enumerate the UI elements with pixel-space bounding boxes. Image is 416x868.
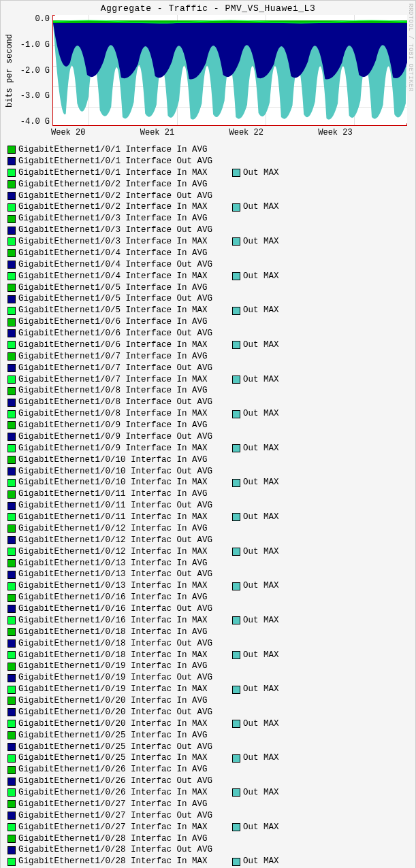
legend-swatch [232, 341, 240, 349]
legend-swatch [7, 146, 16, 154]
legend-swatch [7, 502, 16, 510]
legend-swatch [232, 686, 240, 694]
legend-swatch [232, 858, 240, 866]
legend-label: GigabitEthernet1/0/4 Interface In MAX [18, 271, 208, 282]
legend-label: Out MAX [243, 546, 279, 558]
legend-label: GigabitEthernet1/0/13 Interfac Out AVG [18, 569, 212, 580]
legend-row: GigabitEthernet1/0/2 Interface In MAXOut… [7, 201, 409, 213]
legend-swatch [7, 203, 16, 212]
legend-swatch [7, 846, 16, 854]
legend-swatch [7, 180, 16, 188]
legend-row: GigabitEthernet1/0/19 Interfac In MAXOut… [7, 684, 409, 695]
legend-swatch [7, 456, 16, 464]
legend-swatch [232, 307, 240, 315]
legend-label: Out MAX [243, 856, 279, 867]
legend-label: GigabitEthernet1/0/27 Interfac In MAX [18, 822, 208, 833]
legend-row: GigabitEthernet1/0/4 Interface In AVG [7, 248, 409, 259]
legend-row: GigabitEthernet1/0/13 Interfac In AVG [7, 558, 409, 569]
legend-label: GigabitEthernet1/0/27 Interfac In AVG [18, 799, 208, 810]
legend-swatch [7, 605, 16, 613]
legend-swatch [7, 399, 16, 407]
legend-row: GigabitEthernet1/0/27 Interfac Out AVG [7, 810, 409, 822]
legend-label: GigabitEthernet1/0/19 Interfac In MAX [18, 684, 208, 695]
rrd-graph: RRDTOOL / TOBI OETIKER Aggregate - Traff… [0, 0, 416, 868]
legend-swatch [7, 571, 16, 579]
legend-swatch [7, 215, 16, 223]
legend-label: GigabitEthernet1/0/3 Interface In AVG [18, 213, 208, 224]
legend-label: GigabitEthernet1/0/7 Interface Out AVG [18, 363, 212, 374]
legend-row: GigabitEthernet1/0/4 Interface Out AVG [7, 259, 409, 271]
x-tick: Week 23 [318, 128, 407, 137]
x-tick: Week 22 [229, 128, 319, 137]
legend-swatch [7, 651, 16, 659]
legend-label: Out MAX [243, 822, 279, 833]
legend-label: GigabitEthernet1/0/28 Interfac Out AVG [18, 844, 212, 856]
legend-swatch [7, 754, 16, 763]
legend-row: GigabitEthernet1/0/19 Interfac In AVG [7, 661, 409, 672]
legend-label: GigabitEthernet1/0/6 Interface In AVG [18, 316, 208, 328]
legend-label: GigabitEthernet1/0/18 Interfac In MAX [18, 650, 208, 661]
legend-label: GigabitEthernet1/0/10 Interfac In MAX [18, 477, 208, 488]
legend-row: GigabitEthernet1/0/25 Interfac In MAXOut… [7, 752, 409, 764]
legend-swatch [232, 788, 240, 797]
legend-label: Out MAX [243, 374, 279, 386]
legend-row: GigabitEthernet1/0/7 Interface Out AVG [7, 363, 409, 374]
legend-label: Out MAX [243, 305, 279, 316]
legend-label: GigabitEthernet1/0/5 Interface In MAX [18, 305, 208, 316]
legend-label: GigabitEthernet1/0/10 Interfac Out AVG [18, 466, 212, 478]
legend-swatch [7, 490, 16, 499]
legend-row: GigabitEthernet1/0/4 Interface In MAXOut… [7, 271, 409, 282]
legend-row: GigabitEthernet1/0/6 Interface Out AVG [7, 328, 409, 339]
legend-row: GigabitEthernet1/0/16 Interfac In MAXOut… [7, 615, 409, 627]
legend-row: GigabitEthernet1/0/3 Interface In MAXOut… [7, 236, 409, 248]
legend-row: GigabitEthernet1/0/28 Interfac Out AVG [7, 844, 409, 856]
legend-row: GigabitEthernet1/0/25 Interfac In AVG [7, 730, 409, 741]
legend-swatch [7, 823, 16, 831]
legend-row: GigabitEthernet1/0/12 Interfac In AVG [7, 523, 409, 535]
legend-swatch [7, 686, 16, 694]
legend-label: GigabitEthernet1/0/7 Interface In AVG [18, 351, 208, 363]
legend-swatch [7, 524, 16, 533]
legend-row: GigabitEthernet1/0/16 Interfac Out AVG [7, 603, 409, 615]
legend-swatch [7, 743, 16, 751]
legend-row: GigabitEthernet1/0/3 Interface Out AVG [7, 224, 409, 236]
legend-row: GigabitEthernet1/0/6 Interface In AVG [7, 316, 409, 328]
legend-swatch [7, 410, 16, 418]
legend-row: GigabitEthernet1/0/11 Interfac In MAXOut… [7, 512, 409, 523]
legend-swatch [7, 582, 16, 590]
y-tick: -1.0 G [14, 41, 50, 49]
legend-row: GigabitEthernet1/0/8 Interface Out AVG [7, 397, 409, 408]
legend-row: GigabitEthernet1/0/26 Interfac In MAXOut… [7, 787, 409, 799]
legend-label: Out MAX [243, 167, 279, 179]
legend-label: GigabitEthernet1/0/20 Interfac In MAX [18, 718, 208, 730]
legend-row: GigabitEthernet1/0/10 Interfac In MAXOut… [7, 477, 409, 488]
legend-swatch [7, 731, 16, 739]
legend-row: GigabitEthernet1/0/3 Interface In AVG [7, 213, 409, 224]
legend-label: GigabitEthernet1/0/8 Interface In MAX [18, 408, 208, 420]
legend-label: GigabitEthernet1/0/12 Interfac In MAX [18, 546, 208, 558]
legend-label: Out MAX [243, 615, 279, 627]
x-tick: Week 20 [51, 128, 140, 137]
legend-row: GigabitEthernet1/0/13 Interfac Out AVG [7, 569, 409, 580]
y-tick: 0.0 [14, 15, 50, 23]
legend-swatch [7, 421, 16, 429]
legend-swatch [7, 536, 16, 544]
legend-swatch [7, 628, 16, 636]
legend-row: GigabitEthernet1/0/13 Interfac In MAXOut… [7, 580, 409, 592]
legend-swatch [232, 720, 240, 728]
legend-label: GigabitEthernet1/0/11 Interfac In AVG [18, 488, 208, 500]
legend-label: Out MAX [243, 408, 279, 420]
legend-row: GigabitEthernet1/0/16 Interfac In AVG [7, 592, 409, 603]
legend-row: GigabitEthernet1/0/19 Interfac Out AVG [7, 672, 409, 684]
legend-row: GigabitEthernet1/0/18 Interfac In AVG [7, 627, 409, 638]
legend-swatch [7, 352, 16, 361]
legend-swatch [232, 375, 240, 384]
legend-label: GigabitEthernet1/0/10 Interfac In AVG [18, 454, 208, 466]
legend-row: GigabitEthernet1/0/25 Interfac Out AVG [7, 741, 409, 753]
legend-swatch [232, 479, 240, 487]
y-tick: -4.0 G [14, 118, 50, 126]
legend-label: GigabitEthernet1/0/28 Interfac In AVG [18, 833, 208, 845]
legend-row: GigabitEthernet1/0/27 Interfac In AVG [7, 799, 409, 810]
legend-label: GigabitEthernet1/0/12 Interfac In AVG [18, 523, 208, 535]
legend-swatch [7, 318, 16, 327]
